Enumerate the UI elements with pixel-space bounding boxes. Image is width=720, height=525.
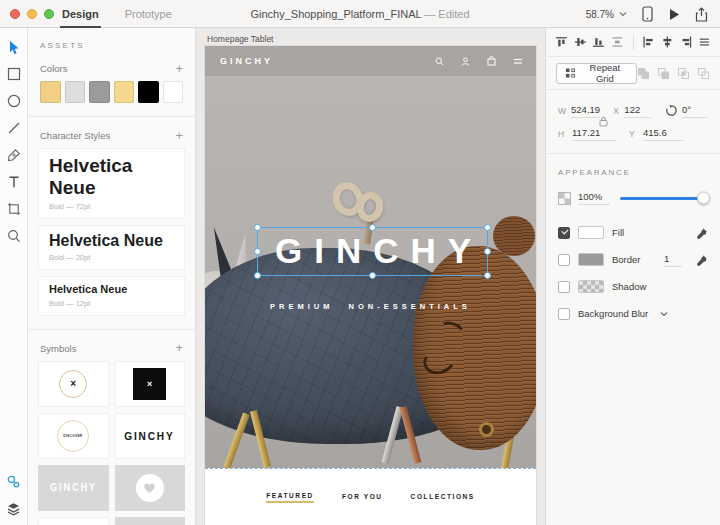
- align-right-icon[interactable]: [680, 35, 693, 49]
- boolean-exclude-icon[interactable]: [697, 67, 710, 80]
- play-button[interactable]: [668, 8, 680, 21]
- ellipse-tool[interactable]: [6, 93, 22, 109]
- selection-handle[interactable]: [369, 272, 376, 279]
- color-swatch[interactable]: [138, 81, 159, 103]
- selection-box[interactable]: [257, 227, 488, 276]
- rectangle-tool[interactable]: [6, 66, 22, 82]
- canvas[interactable]: Homepage Tablet GINCHY: [196, 28, 545, 525]
- selection-handle[interactable]: [254, 224, 261, 231]
- distribute-horizontal-icon[interactable]: [698, 35, 711, 49]
- border-color-swatch[interactable]: [578, 253, 604, 266]
- mode-tabs: Design Prototype: [62, 0, 172, 28]
- symbol-heart-button[interactable]: [115, 465, 186, 511]
- symbol-close-circle-gold[interactable]: ×: [38, 361, 109, 407]
- align-top-icon[interactable]: [555, 35, 568, 49]
- align-middle-vertical-icon[interactable]: [574, 35, 587, 49]
- select-tool[interactable]: [6, 39, 22, 55]
- fill-label: Fill: [612, 227, 624, 238]
- zoom-level-control[interactable]: 58.7%: [586, 9, 627, 20]
- opacity-icon: [558, 192, 571, 205]
- artboard-navbar: GINCHY: [205, 46, 536, 76]
- align-center-horizontal-icon[interactable]: [661, 35, 674, 49]
- shadow-color-swatch[interactable]: [578, 280, 604, 293]
- artboard-tool[interactable]: [6, 201, 22, 217]
- repeat-grid-button[interactable]: Repeat Grid: [556, 63, 637, 84]
- y-input[interactable]: 415.6: [643, 127, 683, 141]
- boolean-subtract-icon[interactable]: [657, 67, 670, 80]
- text-tool[interactable]: [6, 174, 22, 190]
- selection-handle[interactable]: [484, 224, 491, 231]
- ellipse-icon: [7, 94, 21, 108]
- add-symbol-button[interactable]: +: [175, 343, 183, 353]
- text-icon: [7, 175, 21, 189]
- distribute-vertical-icon[interactable]: [611, 35, 624, 49]
- fill-color-swatch[interactable]: [578, 226, 604, 239]
- symbol-close-black[interactable]: ×: [115, 361, 186, 407]
- background-blur-row: Background Blur: [558, 300, 708, 327]
- align-left-icon[interactable]: [642, 35, 655, 49]
- fill-checkbox[interactable]: [558, 227, 570, 239]
- line-tool[interactable]: [6, 120, 22, 136]
- symbol-avatar-group[interactable]: +12: [115, 517, 186, 525]
- boolean-intersect-icon[interactable]: [677, 67, 690, 80]
- align-bottom-icon[interactable]: [592, 35, 605, 49]
- tab-design[interactable]: Design: [62, 0, 99, 28]
- artboard-homepage-tablet[interactable]: GINCHY: [205, 46, 536, 525]
- zoom-tool[interactable]: [6, 228, 22, 244]
- opacity-slider-knob[interactable]: [697, 192, 710, 205]
- character-style-item[interactable]: Helvetica Neue Bold — 20pt: [38, 225, 185, 270]
- layers-panel-button[interactable]: [6, 501, 22, 517]
- rotation-input[interactable]: 0°: [682, 104, 708, 118]
- fill-row: Fill: [558, 219, 708, 246]
- symbol-ginchy-wordmark-dark[interactable]: GINCHY: [115, 413, 186, 459]
- width-input[interactable]: 524.19: [571, 104, 600, 118]
- character-style-item[interactable]: Helvetica Neue Bold — 72pt: [38, 148, 185, 219]
- background-blur-checkbox[interactable]: [558, 308, 570, 320]
- share-button[interactable]: [695, 7, 708, 22]
- rotation-icon: [665, 104, 678, 117]
- hero-subtitle-text[interactable]: PREMIUM NON-ESSENTIALS: [205, 302, 536, 311]
- close-icon: ×: [147, 379, 152, 389]
- boolean-operations: [637, 67, 710, 80]
- selection-handle[interactable]: [484, 248, 491, 255]
- minimize-window-button[interactable]: [27, 9, 37, 19]
- x-input[interactable]: 122: [624, 104, 651, 118]
- fullscreen-window-button[interactable]: [44, 9, 54, 19]
- color-swatch[interactable]: [114, 81, 135, 103]
- eyedropper-icon[interactable]: [696, 254, 708, 266]
- character-style-item[interactable]: Helvetica Neue Bold — 12pt: [38, 276, 185, 316]
- tab-featured[interactable]: FEATURED: [266, 492, 314, 503]
- symbol-ginchy-wordmark-light[interactable]: GINCHY: [38, 465, 109, 511]
- selection-handle[interactable]: [484, 272, 491, 279]
- tab-for-you[interactable]: FOR YOU: [342, 493, 383, 502]
- boolean-add-icon[interactable]: [637, 67, 650, 80]
- tab-prototype[interactable]: Prototype: [125, 0, 172, 28]
- device-preview-button[interactable]: [642, 6, 653, 22]
- close-window-button[interactable]: [10, 9, 20, 19]
- color-swatch[interactable]: [163, 81, 184, 103]
- add-character-style-button[interactable]: +: [175, 131, 183, 141]
- tool-rail: [0, 28, 28, 525]
- assets-panel-button[interactable]: [6, 473, 22, 489]
- lock-aspect-ratio-toggle[interactable]: [599, 110, 613, 132]
- add-color-button[interactable]: +: [175, 64, 183, 74]
- color-swatch[interactable]: [89, 81, 110, 103]
- color-swatch[interactable]: [40, 81, 61, 103]
- artboard-label[interactable]: Homepage Tablet: [207, 34, 273, 44]
- opacity-slider[interactable]: [620, 197, 708, 200]
- symbol-discover-circle[interactable]: DISCOVER: [38, 413, 109, 459]
- selection-handle[interactable]: [254, 248, 261, 255]
- color-swatch[interactable]: [65, 81, 86, 103]
- eyedropper-icon[interactable]: [696, 227, 708, 239]
- shadow-checkbox[interactable]: [558, 281, 570, 293]
- symbol-social-icons[interactable]: [38, 517, 109, 525]
- pen-tool[interactable]: [6, 147, 22, 163]
- selection-handle[interactable]: [254, 272, 261, 279]
- opacity-input[interactable]: 100%: [578, 191, 610, 205]
- border-checkbox[interactable]: [558, 254, 570, 266]
- tab-collections[interactable]: COLLECTIONS: [411, 493, 475, 502]
- selection-handle[interactable]: [369, 224, 376, 231]
- chevron-down-icon[interactable]: [660, 311, 668, 317]
- border-width-input[interactable]: 1: [664, 253, 682, 267]
- zoom-level-value: 58.7%: [586, 9, 614, 20]
